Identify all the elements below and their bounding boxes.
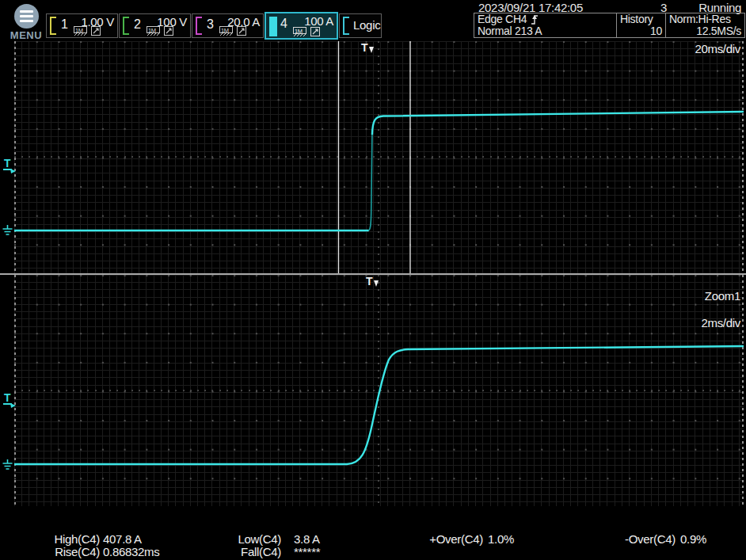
logic-color-bracket xyxy=(343,17,349,35)
menu-button[interactable]: MENU xyxy=(8,2,44,40)
zoom-trigger-position-arrow-icon xyxy=(374,280,379,287)
measurement-label: Rise(C4) xyxy=(44,546,100,558)
probe-icon xyxy=(236,26,247,36)
measurement-value: 3.8 A xyxy=(294,533,320,545)
trigger-level-marker-main[interactable]: T xyxy=(3,157,16,170)
channel-4-scale: 100 A xyxy=(304,14,333,28)
menu-label: MENU xyxy=(8,29,44,41)
zoom-waveform-area[interactable]: T Zoom1 2ms/div xyxy=(14,275,744,506)
impedance-1M-icon: 1M xyxy=(293,27,307,37)
measurement-label: Low(C4) xyxy=(224,533,281,545)
measurement-value: 1.0% xyxy=(488,533,514,545)
measurement-value: ****** xyxy=(294,546,320,558)
main-waveform-area[interactable]: T 20ms/div xyxy=(14,41,744,273)
measurement-value: 407.8 A xyxy=(103,533,142,545)
channel-2-icons: 1M xyxy=(147,26,174,36)
measurement-value: 0.9% xyxy=(680,533,706,545)
history-label: History xyxy=(617,13,665,25)
ground-icon xyxy=(2,224,13,237)
measurement-value: 0.86832ms xyxy=(103,546,160,558)
svg-text:1M: 1M xyxy=(221,27,229,34)
sample-rate: 12.5MS/s xyxy=(666,25,744,37)
record-mode: Norm:Hi-Res xyxy=(666,13,744,25)
channel-1-icons: 1M xyxy=(74,26,101,36)
channel-1-box[interactable]: 1 1.00 V 1M xyxy=(46,13,118,38)
channel-4-color-bracket xyxy=(269,17,277,36)
svg-text:1M: 1M xyxy=(75,27,83,34)
zoom-waveform-layer: T xyxy=(14,275,744,506)
channel-1-number: 1 xyxy=(61,17,68,32)
impedance-1M-icon: 1M xyxy=(74,26,88,36)
measurement-label: -Over(C4) xyxy=(615,533,676,545)
ch4-waveform-high xyxy=(372,112,744,135)
ground-icon xyxy=(2,459,13,471)
rising-edge-icon xyxy=(530,13,539,25)
trigger-position-marker[interactable]: T xyxy=(361,41,368,54)
zoom-title: Zoom1 xyxy=(705,289,740,303)
channel-4-number: 4 xyxy=(280,17,287,31)
zoom-timebase-label: 2ms/div xyxy=(701,316,740,330)
main-waveform-layer: T xyxy=(14,41,744,273)
channel-1-color-bracket xyxy=(50,17,56,35)
probe-icon xyxy=(90,26,101,36)
measurement-label: Fall(C4) xyxy=(224,546,281,558)
logic-label: Logic xyxy=(353,18,380,32)
history-value: 10 xyxy=(617,25,665,37)
channel-3-number: 3 xyxy=(207,17,214,32)
ch4-ground-marker-main[interactable] xyxy=(2,224,13,240)
main-timebase-label: 20ms/div xyxy=(695,42,740,55)
trigger-level-arrow-icon xyxy=(10,169,16,173)
ch4-waveform-edge xyxy=(368,135,372,230)
zoom-trigger-position-marker[interactable]: T xyxy=(366,275,373,288)
channel-2-box[interactable]: 2 100 V 1M xyxy=(119,13,191,38)
trigger-settings-box[interactable]: Edge CH4 Normal 213 A xyxy=(474,13,617,38)
logic-box[interactable]: Logic xyxy=(339,13,382,38)
channel-3-box[interactable]: 3 20.0 A 1M xyxy=(192,13,264,38)
probe-icon xyxy=(163,26,174,36)
svg-text:1M: 1M xyxy=(148,27,156,34)
record-mode-box[interactable]: Norm:Hi-Res 12.5MS/s xyxy=(665,13,745,38)
measurement-label: +Over(C4) xyxy=(422,533,483,545)
trigger-level-marker-zoom[interactable]: T xyxy=(3,391,16,405)
channel-2-color-bracket xyxy=(123,17,129,35)
probe-icon xyxy=(310,27,321,37)
trigger-mode: Edge CH4 xyxy=(478,13,527,25)
measurement-label: High(C4) xyxy=(44,533,100,545)
channel-2-number: 2 xyxy=(134,17,141,32)
ch4-zoom-waveform xyxy=(14,346,744,464)
channel-4-box-selected[interactable]: 4 100 A 1M xyxy=(265,12,338,40)
oscilloscope-screen: MENU 1 1.00 V 1M 2 100 V 1M xyxy=(0,0,746,560)
svg-text:1M: 1M xyxy=(295,28,303,35)
channel-4-icons: 1M xyxy=(293,27,321,37)
hamburger-icon xyxy=(14,4,39,29)
impedance-1M-icon: 1M xyxy=(219,26,234,36)
trigger-level-arrow-icon xyxy=(10,403,16,408)
ch4-ground-marker-zoom[interactable] xyxy=(2,459,13,474)
impedance-1M-icon: 1M xyxy=(147,26,161,36)
trigger-detail: Normal 213 A xyxy=(474,25,616,37)
channel-3-icons: 1M xyxy=(219,26,247,36)
history-box[interactable]: History 10 xyxy=(616,13,666,38)
channel-3-color-bracket xyxy=(196,17,202,35)
trigger-position-arrow-icon xyxy=(369,47,374,53)
